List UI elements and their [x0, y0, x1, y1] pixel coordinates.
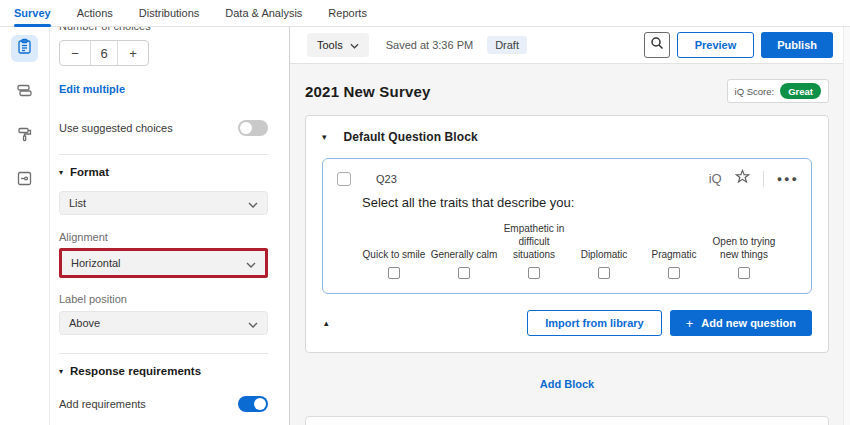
top-navigation: Survey Actions Distributions Data & Anal…: [0, 0, 850, 27]
alignment-label: Alignment: [59, 231, 268, 243]
format-section-title: Format: [70, 166, 109, 178]
block-title: Default Question Block: [344, 130, 478, 144]
question-text[interactable]: Select all the traits that describe you:: [362, 195, 799, 210]
choice-label[interactable]: Pragmatic: [651, 248, 696, 261]
choice-item: Quick to smile: [359, 222, 429, 293]
main-area: Tools Saved at 3:36 PM Draft Preview Pub…: [290, 27, 843, 425]
choice-checkbox[interactable]: [598, 267, 610, 279]
more-options-icon[interactable]: ●●●: [777, 174, 799, 184]
preview-button[interactable]: Preview: [677, 32, 755, 58]
question-block-card: ▾ Default Question Block Q23 iQ: [305, 115, 829, 353]
use-suggested-choices-row: Use suggested choices: [59, 120, 268, 136]
edit-multiple-link[interactable]: Edit multiple: [59, 83, 268, 95]
paint-roller-icon: [16, 126, 33, 147]
use-suggested-choices-toggle[interactable]: [238, 120, 268, 136]
caret-down-icon: ▾: [59, 367, 63, 376]
question-actions: iQ ●●●: [709, 169, 799, 188]
choice-checkbox[interactable]: [668, 267, 680, 279]
section-divider: [59, 353, 268, 354]
choice-item: Empathetic in difficult situations: [499, 222, 569, 293]
choice-label[interactable]: Open to trying new things: [709, 235, 779, 261]
tools-menu-button[interactable]: Tools: [307, 33, 369, 57]
format-type-value: List: [69, 197, 86, 209]
scrollbar-track[interactable]: [843, 27, 850, 425]
choice-item: Diplomatic: [569, 222, 639, 293]
alignment-dropdown[interactable]: Horizontal: [62, 251, 265, 275]
add-block-row: Add Block: [305, 374, 829, 392]
toggle-knob: [240, 122, 252, 134]
choice-checkbox[interactable]: [738, 267, 750, 279]
add-requirements-row: Add requirements: [59, 396, 268, 412]
chevron-down-icon: [248, 314, 258, 332]
rail-item-survey-options[interactable]: [11, 167, 38, 194]
label-position-value: Above: [69, 317, 100, 329]
block-footer-buttons: Import from library + Add new question: [527, 310, 812, 336]
add-new-question-label: Add new question: [701, 317, 796, 329]
alignment-highlight-box: Horizontal: [59, 248, 268, 278]
publish-button[interactable]: Publish: [761, 32, 833, 58]
survey-canvas: 2021 New Survey iQ Score: Great ▾ Defaul…: [290, 64, 843, 425]
question-id: Q23: [376, 173, 397, 185]
chevron-down-icon: [350, 39, 359, 51]
rail-item-look-feel[interactable]: [11, 123, 38, 150]
increment-button[interactable]: +: [118, 41, 148, 65]
choice-label[interactable]: Diplomatic: [581, 248, 628, 261]
choice-label[interactable]: Generally calm: [431, 248, 498, 261]
choice-checkbox[interactable]: [528, 267, 540, 279]
block-footer: ▴ Import from library + Add new question: [322, 294, 812, 352]
import-from-library-button[interactable]: Import from library: [527, 310, 661, 336]
alignment-value: Horizontal: [71, 257, 121, 269]
choice-label[interactable]: Empathetic in difficult situations: [499, 222, 569, 261]
clipboard-list-icon: [16, 38, 33, 59]
tab-distributions[interactable]: Distributions: [139, 0, 200, 27]
format-type-dropdown[interactable]: List: [59, 191, 268, 215]
choice-item: Pragmatic: [639, 222, 709, 293]
choice-checkbox[interactable]: [388, 267, 400, 279]
decrement-button[interactable]: −: [60, 41, 90, 65]
iq-score-box: iQ Score: Great: [727, 79, 829, 103]
block-header[interactable]: ▾ Default Question Block: [322, 116, 812, 158]
choice-item: Generally calm: [429, 222, 499, 293]
star-icon[interactable]: [735, 169, 750, 188]
rail-item-question-editor[interactable]: [11, 35, 38, 62]
label-position-label: Label position: [59, 293, 268, 305]
section-divider: [59, 154, 268, 155]
iq-assist-icon[interactable]: iQ: [709, 171, 722, 186]
survey-title-row: 2021 New Survey iQ Score: Great: [305, 76, 829, 106]
number-of-choices-label: Number of choices: [59, 27, 268, 32]
iq-score-badge[interactable]: Great: [780, 83, 821, 99]
tab-data-analysis[interactable]: Data & Analysis: [225, 0, 302, 27]
tab-actions[interactable]: Actions: [77, 0, 113, 27]
question-card[interactable]: Q23 iQ ●●● Select all the traits that de…: [322, 158, 812, 294]
add-block-link[interactable]: Add Block: [540, 378, 594, 390]
collapse-block-icon[interactable]: ▴: [324, 318, 329, 328]
divider: [763, 171, 764, 187]
choice-checkbox[interactable]: [458, 267, 470, 279]
label-position-dropdown[interactable]: Above: [59, 311, 268, 335]
search-button[interactable]: [644, 32, 670, 58]
blocks-icon: [16, 82, 33, 103]
response-requirements-header[interactable]: ▾ Response requirements: [59, 365, 268, 377]
iq-score-label: iQ Score:: [735, 86, 775, 97]
chevron-down-icon: [248, 194, 258, 212]
add-requirements-label: Add requirements: [59, 398, 146, 410]
question-header: Q23 iQ ●●●: [337, 169, 799, 188]
draft-status-badge: Draft: [487, 36, 527, 54]
caret-down-icon: ▾: [322, 132, 327, 142]
add-requirements-toggle[interactable]: [238, 396, 268, 412]
format-section-header[interactable]: ▾ Format: [59, 166, 268, 178]
tools-label: Tools: [317, 39, 343, 51]
question-select-checkbox[interactable]: [337, 172, 351, 186]
saved-status-text: Saved at 3:36 PM: [386, 39, 473, 51]
editor-toolbar: Tools Saved at 3:36 PM Draft Preview Pub…: [290, 27, 843, 64]
rail-item-blocks[interactable]: [11, 79, 38, 106]
chevron-down-icon: [246, 254, 256, 272]
add-new-question-button[interactable]: + Add new question: [670, 310, 812, 336]
choice-label[interactable]: Quick to smile: [363, 248, 426, 261]
plus-icon: +: [686, 316, 694, 331]
next-block-card[interactable]: [305, 416, 829, 425]
choices-count-value[interactable]: 6: [90, 41, 118, 65]
slider-settings-icon: [16, 170, 33, 191]
tab-survey[interactable]: Survey: [14, 0, 51, 27]
tab-reports[interactable]: Reports: [328, 0, 367, 27]
